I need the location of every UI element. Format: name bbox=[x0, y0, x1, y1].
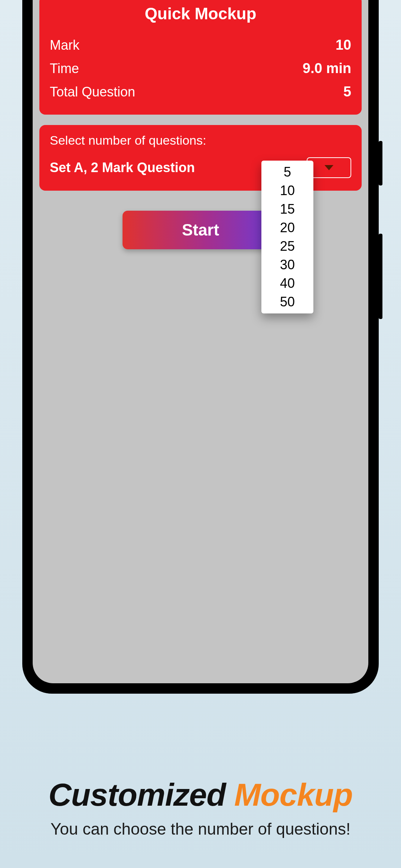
phone-side-button bbox=[379, 234, 382, 319]
row-time: Time 9.0 min bbox=[50, 57, 351, 80]
row-time-value: 9.0 min bbox=[303, 60, 351, 76]
row-total-value: 5 bbox=[343, 84, 351, 100]
marketing-subtitle: You can choose the number of questions! bbox=[0, 820, 401, 838]
dropdown-option[interactable]: 30 bbox=[261, 256, 313, 274]
dropdown-option[interactable]: 25 bbox=[261, 237, 313, 256]
row-mark: Mark 10 bbox=[50, 33, 351, 57]
screen: 2:44 📳 0 KB/S ▲ 📶 12% Quick Mockup Mark … bbox=[33, 0, 368, 683]
dropdown-option[interactable]: 20 bbox=[261, 218, 313, 237]
marketing-footer: Customized Mockup You can choose the num… bbox=[0, 776, 401, 838]
dropdown-list: 5 10 15 20 25 30 40 50 bbox=[261, 161, 313, 313]
row-total-label: Total Question bbox=[50, 84, 135, 100]
row-total: Total Question 5 bbox=[50, 80, 351, 103]
marketing-title-a: Customized bbox=[48, 777, 234, 812]
dropdown-option[interactable]: 15 bbox=[261, 200, 313, 218]
set-label: Set A, 2 Mark Question bbox=[50, 160, 195, 175]
card-title: Quick Mockup bbox=[50, 4, 351, 23]
question-count-dropdown[interactable] bbox=[307, 157, 351, 178]
chevron-down-icon bbox=[325, 165, 333, 170]
dropdown-option[interactable]: 10 bbox=[261, 181, 313, 200]
marketing-title-b: Mockup bbox=[234, 777, 353, 812]
row-time-label: Time bbox=[50, 61, 79, 76]
row-mark-label: Mark bbox=[50, 37, 79, 53]
start-button[interactable]: Start bbox=[123, 211, 278, 249]
select-title: Select number of questions: bbox=[50, 133, 351, 148]
marketing-title: Customized Mockup bbox=[0, 776, 401, 813]
phone-frame: 2:44 📳 0 KB/S ▲ 📶 12% Quick Mockup Mark … bbox=[22, 0, 379, 694]
dropdown-option[interactable]: 50 bbox=[261, 293, 313, 311]
select-card: Select number of questions: Set A, 2 Mar… bbox=[39, 125, 362, 191]
row-mark-value: 10 bbox=[336, 37, 351, 53]
dropdown-option[interactable]: 40 bbox=[261, 274, 313, 293]
dropdown-option[interactable]: 5 bbox=[261, 163, 313, 181]
summary-card: Quick Mockup Mark 10 Time 9.0 min Total … bbox=[39, 0, 362, 115]
